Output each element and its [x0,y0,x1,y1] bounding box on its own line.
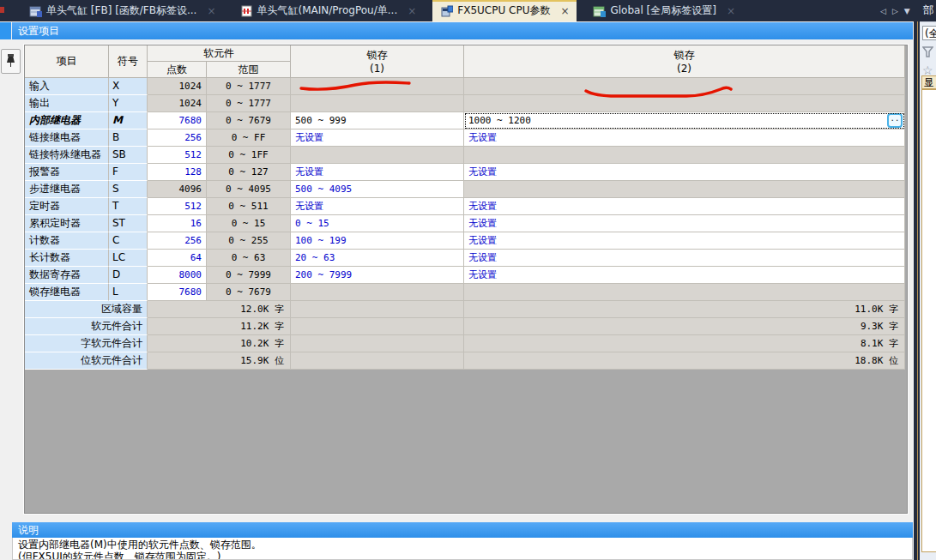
browse-button[interactable]: .. [887,113,903,128]
summary-latch-total: 18.8K 位 [464,352,905,370]
description-line1: 设置内部继电器(M)中使用的软元件点数、锁存范围。 [18,539,912,551]
row-symbol-label: X [109,78,148,95]
summary-device-total: 12.0K 字 [148,301,291,318]
latch-cell-selected[interactable]: 1000 ~ 1200.. [464,112,905,129]
latch-cell-no-setting[interactable]: 无设置 [464,164,905,181]
range-cell: 0 ~ 7679 [207,112,291,129]
row-item-label: 链接继电器 [25,129,109,147]
summary-device-total: 11.2K 字 [148,318,291,335]
summary-device-total: 10.2K 字 [148,335,291,352]
document-tab-label: 单头气缸(MAIN/ProgPou/单... [257,3,398,18]
table-row-L: 锁存继电器L76800 ~ 7679 [25,284,905,301]
points-cell[interactable]: 128 [148,164,207,181]
latch-cell-no-setting[interactable]: 无设置 [464,215,905,232]
latch-cell-no-setting[interactable]: 无设置 [464,129,905,147]
summary-latch1-cell [291,318,464,335]
row-symbol-label: C [109,232,148,250]
document-tab-1[interactable]: 单头气缸(MAIN/ProgPou/单...× [232,0,425,21]
points-cell[interactable]: 256 [148,232,207,250]
scroll-tabs-left-icon[interactable]: ◁ [880,7,886,15]
col-header-item: 项目 [25,45,109,78]
col-header-symbol: 符号 [109,45,148,78]
summary-device-total: 15.9K 位 [148,352,291,370]
points-cell[interactable]: 7680 [148,112,207,129]
latch-cell-value[interactable]: 200 ~ 7999 [291,267,464,284]
scroll-tabs-right-icon[interactable]: ▷ [892,7,898,15]
row-item-label: 链接特殊继电器 [25,147,109,164]
row-symbol-label: L [109,284,148,301]
tab-close-icon[interactable]: × [408,6,416,16]
row-item-label: 数据寄存器 [25,267,109,284]
latch-cell-fixed [464,284,905,301]
tab-close-icon[interactable]: × [560,6,569,16]
latch-cell-fixed [464,78,905,95]
latch-cell-value[interactable]: 500 ~ 999 [291,112,464,129]
table-row-C: 计数器C2560 ~ 255100 ~ 199无设置 [25,232,905,250]
tab-close-icon[interactable]: × [727,6,735,16]
ladder-program-icon [240,5,253,17]
latch-cell-no-setting[interactable]: 无设置 [464,267,905,284]
device-setting-table: 项目 符号 软元件 点数 范围 锁存 (1) 锁存 [25,45,905,370]
range-cell: 0 ~ 511 [207,198,291,215]
points-cell[interactable]: 16 [148,215,207,232]
table-row-F: 报警器F1280 ~ 127无设置无设置 [25,164,905,181]
latch-cell-no-setting[interactable]: 无设置 [291,198,464,215]
row-item-label: 锁存继电器 [25,284,109,301]
dock-splitter[interactable] [913,21,920,560]
latch-cell-no-setting[interactable]: 无设置 [464,198,905,215]
latch-cell-no-setting[interactable]: 无设置 [291,164,464,181]
device-rows: 输入X10240 ~ 1777输出Y10240 ~ 1777内部继电器M7680… [25,78,905,301]
filter-icon[interactable] [922,46,933,57]
tab-close-icon[interactable]: × [207,6,215,16]
latch-cell-fixed [291,95,464,112]
col-header-range: 范围 [207,62,291,78]
row-symbol-label: Y [109,95,148,112]
range-cell: 0 ~ 15 [207,215,291,232]
points-cell[interactable]: 512 [148,198,207,215]
latch-cell-no-setting[interactable]: 无设置 [464,250,905,267]
col-header-latch1: 锁存 (1) [291,45,464,78]
latch-cell-value[interactable]: 500 ~ 4095 [291,181,464,198]
latch-cell-value[interactable]: 100 ~ 199 [291,232,464,250]
points-cell[interactable]: 7680 [148,284,207,301]
fb-label-editor-icon [29,5,42,17]
range-cell: 0 ~ FF [207,129,291,147]
range-cell: 0 ~ 7679 [207,284,291,301]
col-header-latch2: 锁存 (2) [464,45,905,78]
latch-cell-no-setting[interactable]: 无设置 [464,232,905,250]
row-item-label: 定时器 [25,198,109,215]
document-tab-0[interactable]: 单头气缸 [FB] [函数/FB标签设...× [21,0,224,21]
pen-icon [5,54,16,69]
summary-latch-total: 8.1K 字 [464,335,905,352]
latch-cell-fixed [291,284,464,301]
row-item-label: 输出 [25,95,109,112]
summary-row: 位软元件合计15.9K 位18.8K 位 [25,352,905,370]
points-cell[interactable]: 64 [148,250,207,267]
row-item-label: 累积定时器 [25,215,109,232]
points-cell[interactable]: 512 [148,147,207,164]
latch-cell-value[interactable]: 0 ~ 15 [291,215,464,232]
latch-cell-value[interactable]: 20 ~ 63 [291,250,464,267]
document-tab-2[interactable]: FX5UCPU CPU参数× [432,0,577,21]
summary-latch1-cell [291,352,464,370]
summary-row: 字软元件合计10.2K 字8.1K 字 [25,335,905,352]
document-tab-bar: 单头气缸 [FB] [函数/FB标签设...×单头气缸(MAIN/ProgPou… [0,0,936,21]
table-row-M: 内部继电器M76800 ~ 7679500 ~ 9991000 ~ 1200.. [25,112,905,129]
row-item-label: 报警器 [25,164,109,181]
row-symbol-label: S [109,181,148,198]
element-selection-panel-title: 部 [923,3,934,18]
range-cell: 0 ~ 1FF [207,147,291,164]
tab-list-dropdown-icon[interactable]: ▼ [904,7,910,15]
element-filter-combobox[interactable]: (全 [922,26,936,40]
points-cell[interactable]: 8000 [148,267,207,284]
latch-cell-no-setting[interactable]: 无设置 [291,129,464,147]
points-cell[interactable]: 256 [148,129,207,147]
latch-cell-selected-value: 1000 ~ 1200 [468,112,531,129]
description-header: 说明 [12,522,913,538]
display-target-tab[interactable]: 显 [921,75,936,89]
table-row-T: 定时器T5120 ~ 511无设置无设置 [25,198,905,215]
latch-cell-fixed [291,147,464,164]
document-tab-3[interactable]: Global [全局标签设置]× [585,0,743,21]
table-row-D: 数据寄存器D80000 ~ 7999200 ~ 7999无设置 [25,267,905,284]
pen-tool-button[interactable] [1,49,21,74]
